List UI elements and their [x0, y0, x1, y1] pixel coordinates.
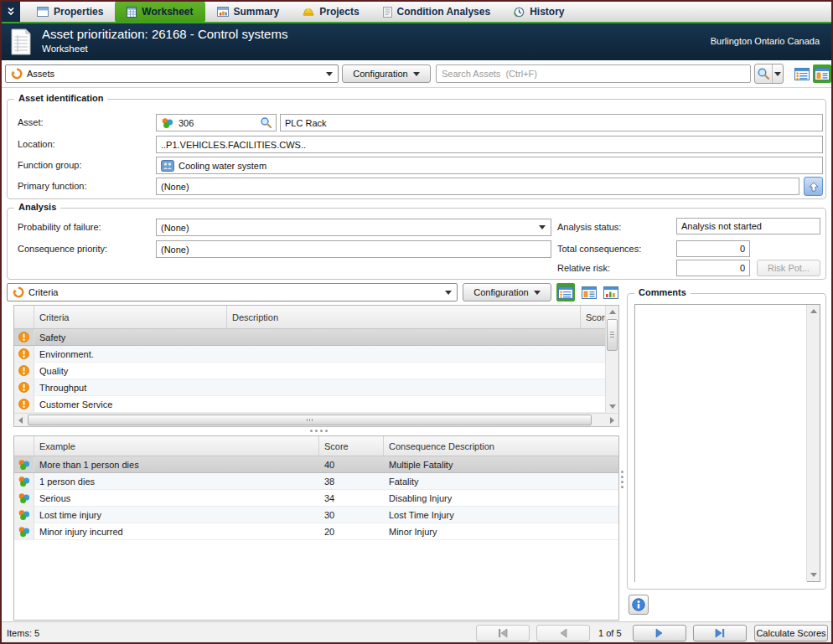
criteria-list-view-button[interactable]	[556, 283, 575, 301]
criteria-chart-view-button[interactable]	[602, 283, 620, 301]
relative-risk-label: Relative risk:	[557, 263, 610, 273]
relative-risk-value: 0	[740, 263, 745, 273]
scroll-right-button[interactable]	[606, 414, 618, 426]
criteria-form-view-button[interactable]	[580, 283, 598, 301]
tab-label: Properties	[54, 6, 103, 18]
example-row[interactable]: More than 1 person dies 40 Multiple Fata…	[14, 456, 618, 473]
criteria-vertical-scrollbar[interactable]	[605, 306, 618, 413]
collapse-ribbon-button[interactable]	[2, 2, 20, 22]
scroll-up-button[interactable]	[606, 306, 618, 318]
colored-balls-icon	[161, 117, 174, 129]
total-consequences-field[interactable]: 0	[676, 240, 750, 257]
risk-potential-button[interactable]: Risk Pot...	[757, 260, 820, 276]
column-header-example[interactable]: Example	[34, 436, 319, 456]
tab-worksheet[interactable]: Worksheet	[115, 2, 204, 22]
lookup-magnifier-icon[interactable]	[260, 116, 272, 129]
asset-id-field[interactable]: 306	[156, 114, 277, 131]
comments-textarea[interactable]	[635, 305, 807, 586]
analysis-group: Analysis Probability of failure: (None) …	[7, 208, 826, 280]
probability-of-failure-dropdown[interactable]: (None)	[156, 219, 551, 236]
scrollbar-thumb[interactable]	[28, 415, 592, 425]
example-row[interactable]: Minor injury incurred 20 Minor Injury	[14, 523, 618, 540]
column-header-criteria[interactable]: Criteria	[34, 306, 227, 328]
criteria-cell: Safety	[34, 329, 227, 345]
warning-exclamation-icon	[18, 348, 29, 359]
scroll-left-button[interactable]	[14, 414, 27, 426]
warning-exclamation-icon	[18, 332, 29, 343]
scroll-up-button[interactable]	[807, 305, 820, 317]
configuration-menu-button[interactable]: Configuration	[342, 64, 431, 83]
criteria-row[interactable]: Quality	[14, 363, 618, 379]
description-cell	[227, 363, 581, 379]
search-split-button[interactable]	[754, 64, 784, 84]
scroll-down-button[interactable]	[807, 569, 820, 581]
asset-name-field[interactable]: PLC Rack	[280, 114, 823, 131]
search-button[interactable]	[755, 64, 773, 83]
scroll-down-button[interactable]	[606, 400, 618, 413]
location-field[interactable]: ..P1.VEHICLES.FACILITIES.CWS..	[156, 136, 823, 153]
calculate-scores-label: Calculate Scores	[756, 628, 825, 638]
consequence-priority-field[interactable]: (None)	[156, 240, 551, 258]
criteria-selector-combobox[interactable]: Criteria	[7, 283, 458, 301]
panel-splitter-handle[interactable]	[621, 471, 623, 488]
form-view-button[interactable]	[813, 64, 831, 83]
primary-function-field[interactable]: (None)	[156, 178, 799, 195]
location-value: ..P1.VEHICLES.FACILITIES.CWS..	[161, 140, 306, 150]
summary-chart-icon	[217, 7, 229, 17]
promote-function-button[interactable]	[804, 177, 823, 196]
description-cell	[227, 329, 581, 345]
tab-summary[interactable]: Summary	[205, 2, 292, 22]
score-cell: 20	[319, 523, 384, 539]
criteria-cell: Throughput	[34, 379, 227, 395]
description-cell	[227, 346, 581, 362]
comments-scrollbar[interactable]	[806, 305, 820, 581]
search-assets-input[interactable]	[436, 64, 751, 83]
criteria-row[interactable]: Environment.	[14, 346, 618, 363]
example-row[interactable]: 1 person dies 38 Fatality	[14, 473, 618, 490]
tab-condition-analyses[interactable]: Condition Analyses	[371, 2, 503, 22]
criteria-horizontal-scrollbar[interactable]	[14, 413, 618, 426]
function-group-field[interactable]: Cooling water system	[156, 157, 823, 174]
scrollbar-thumb[interactable]	[607, 319, 618, 351]
criteria-row[interactable]: Customer Service	[14, 396, 618, 413]
criteria-cell: Customer Service	[34, 396, 227, 412]
page-header: Asset prioritization: 26168 - Control sy…	[2, 23, 831, 60]
next-page-icon	[654, 628, 665, 638]
analysis-status-field[interactable]: Analysis not started	[676, 218, 820, 234]
tab-history[interactable]: History	[502, 2, 576, 22]
criteria-table-header: Criteria Description Score	[14, 306, 618, 329]
chevron-down-icon	[539, 225, 546, 229]
column-header-description[interactable]: Description	[227, 306, 581, 328]
example-row[interactable]: Lost time injury 30 Lost Time Injury	[14, 507, 618, 523]
calculate-scores-button[interactable]: Calculate Scores	[754, 625, 828, 641]
tab-label: Worksheet	[142, 6, 193, 18]
column-header-score[interactable]: Score	[319, 436, 384, 456]
info-button[interactable]	[629, 595, 649, 615]
entity-selector-combobox[interactable]: Assets	[5, 64, 339, 83]
first-page-button[interactable]	[476, 625, 530, 641]
criteria-row[interactable]: Safety	[14, 329, 618, 346]
tab-label: Projects	[319, 6, 359, 18]
form-view-icon	[582, 286, 597, 299]
previous-page-button[interactable]	[536, 625, 590, 641]
table-splitter-handle[interactable]	[310, 430, 328, 432]
column-header-score[interactable]: Score	[581, 306, 607, 328]
tab-projects[interactable]: Projects	[291, 2, 370, 22]
column-header-consequence-description[interactable]: Consequence Description	[384, 436, 620, 456]
chart-view-icon	[603, 286, 618, 299]
example-row[interactable]: Serious 34 Disabling Injury	[14, 490, 618, 507]
criteria-configuration-button[interactable]: Configuration	[463, 283, 551, 301]
search-options-button[interactable]	[773, 64, 783, 83]
comments-textarea-wrap	[634, 304, 820, 582]
form-view-icon	[815, 68, 830, 80]
tab-properties[interactable]: Properties	[25, 2, 115, 22]
relative-risk-field[interactable]: 0	[676, 260, 750, 276]
group-icon	[161, 160, 174, 172]
next-page-button[interactable]	[633, 625, 686, 641]
total-consequences-value: 0	[740, 244, 745, 254]
chevron-down-icon	[774, 72, 781, 76]
last-page-button[interactable]	[693, 625, 747, 641]
criteria-row[interactable]: Throughput	[14, 379, 618, 396]
list-view-button[interactable]	[793, 64, 811, 83]
colored-balls-icon	[18, 476, 31, 487]
